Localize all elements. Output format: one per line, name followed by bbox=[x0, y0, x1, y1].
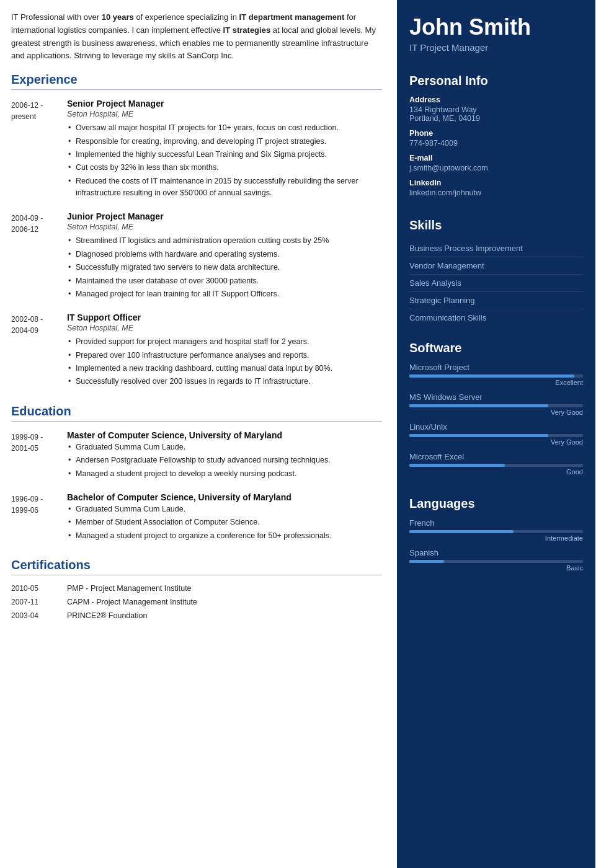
experience-bullets-1: Oversaw all major hospital IT projects f… bbox=[67, 122, 382, 199]
email-label: E-mail bbox=[409, 154, 583, 162]
software-name-4: Microsoft Excel bbox=[409, 452, 583, 461]
bullet: Member of Student Association of Compute… bbox=[67, 516, 382, 528]
bullet: Graduated Summa Cum Laude. bbox=[67, 441, 382, 453]
cert-date-3: 2003-04 bbox=[11, 611, 67, 620]
experience-entry-2: 2004-09 -2006-12 Junior Project Manager … bbox=[11, 211, 382, 301]
cert-title-3: PRINCE2® Foundation bbox=[67, 611, 147, 620]
experience-title-3: IT Support Officer bbox=[67, 312, 382, 322]
experience-entry-1: 2006-12 -present Senior Project Manager … bbox=[11, 99, 382, 200]
software-bar-fill-3 bbox=[409, 434, 548, 437]
software-label-3: Very Good bbox=[409, 438, 583, 446]
email-value: j.smith@uptowork.com bbox=[409, 164, 583, 172]
profile-title: IT Project Manager bbox=[409, 42, 583, 53]
experience-title: Experience bbox=[11, 73, 382, 90]
language-bar-fill-2 bbox=[409, 560, 444, 563]
experience-bullets-2: Streamlined IT logistics and administrat… bbox=[67, 235, 382, 300]
bullet: Cut costs by 32% in less than six months… bbox=[67, 162, 382, 174]
software-label-4: Good bbox=[409, 468, 583, 476]
software-name-2: MS Windows Server bbox=[409, 392, 583, 402]
language-item-2: Spanish Basic bbox=[409, 548, 583, 572]
software-bar-1 bbox=[409, 374, 583, 378]
software-name-3: Linux/Unix bbox=[409, 422, 583, 432]
software-title: Software bbox=[409, 341, 583, 355]
bullet: Responsible for creating, improving, and… bbox=[67, 136, 382, 148]
software-section: Software Microsoft Project Excellent MS … bbox=[397, 332, 595, 488]
experience-bullets-3: Provided support for project managers an… bbox=[67, 336, 382, 388]
language-label-1: Intermediate bbox=[409, 534, 583, 542]
language-bar-fill-1 bbox=[409, 530, 514, 533]
software-item-1: Microsoft Project Excellent bbox=[409, 363, 583, 386]
personal-info-title: Personal Info bbox=[409, 74, 583, 88]
experience-date-3: 2002-08 -2004-09 bbox=[11, 312, 67, 389]
experience-content-3: IT Support Officer Seton Hospital, ME Pr… bbox=[67, 312, 382, 389]
education-entry-1: 1999-09 -2001-05 Master of Computer Scie… bbox=[11, 430, 382, 481]
bullet: Reduced the costs of IT maintenance in 2… bbox=[67, 175, 382, 200]
experience-title-1: Senior Project Manager bbox=[67, 99, 382, 108]
profile-header: John Smith IT Project Manager bbox=[397, 0, 595, 65]
summary: IT Professional with over 10 years of ex… bbox=[11, 11, 382, 63]
experience-date-2: 2004-09 -2006-12 bbox=[11, 211, 67, 301]
software-bar-2 bbox=[409, 404, 583, 407]
bullet: Graduated Summa Cum Laude. bbox=[67, 503, 382, 515]
education-section: Education 1999-09 -2001-05 Master of Com… bbox=[11, 404, 382, 543]
cert-entry-2: 2007-11 CAPM - Project Management Instit… bbox=[11, 598, 382, 606]
bullet: Implemented a new tracking dashboard, cu… bbox=[67, 363, 382, 374]
software-item-2: MS Windows Server Very Good bbox=[409, 392, 583, 416]
experience-subtitle-3: Seton Hospital, ME bbox=[67, 324, 382, 332]
education-bullets-1: Graduated Summa Cum Laude. Andersen Post… bbox=[67, 441, 382, 480]
left-column: IT Professional with over 10 years of ex… bbox=[0, 0, 397, 868]
skill-item-5: Communication Skills bbox=[409, 309, 583, 326]
experience-entry-3: 2002-08 -2004-09 IT Support Officer Seto… bbox=[11, 312, 382, 389]
experience-content-2: Junior Project Manager Seton Hospital, M… bbox=[67, 211, 382, 301]
cert-title-1: PMP - Project Management Institute bbox=[67, 584, 192, 593]
bullet: Successfully resolved over 200 issues in… bbox=[67, 376, 382, 388]
address-line2: Portland, ME, 04019 bbox=[409, 114, 480, 123]
cert-entry-3: 2003-04 PRINCE2® Foundation bbox=[11, 611, 382, 620]
bullet: Managed project for lean training for al… bbox=[67, 288, 382, 300]
language-label-2: Basic bbox=[409, 564, 583, 572]
profile-name: John Smith bbox=[409, 15, 583, 40]
skill-item-4: Strategic Planning bbox=[409, 292, 583, 309]
bullet: Prepared over 100 infrastructure perform… bbox=[67, 350, 382, 361]
experience-title-2: Junior Project Manager bbox=[67, 211, 382, 221]
language-name-1: French bbox=[409, 518, 583, 528]
address-value: 134 Rightward Way Portland, ME, 04019 bbox=[409, 105, 583, 123]
bullet: Andersen Postgraduate Fellowship to stud… bbox=[67, 454, 382, 466]
languages-title: Languages bbox=[409, 497, 583, 511]
software-item-3: Linux/Unix Very Good bbox=[409, 422, 583, 446]
experience-subtitle-2: Seton Hospital, ME bbox=[67, 223, 382, 231]
education-title-2: Bachelor of Computer Science, University… bbox=[67, 492, 382, 502]
education-title-1: Master of Computer Science, University o… bbox=[67, 430, 382, 440]
bullet: Managed a student project to develop a w… bbox=[67, 468, 382, 480]
education-content-1: Master of Computer Science, University o… bbox=[67, 430, 382, 481]
skill-item-2: Vendor Management bbox=[409, 257, 583, 275]
education-date-1: 1999-09 -2001-05 bbox=[11, 430, 67, 481]
software-bar-3 bbox=[409, 434, 583, 437]
bullet: Implemented the highly successful Lean T… bbox=[67, 149, 382, 161]
bullet: Maintained the user database of over 300… bbox=[67, 275, 382, 287]
software-bar-4 bbox=[409, 464, 583, 467]
skill-item-1: Business Process Improvement bbox=[409, 240, 583, 257]
personal-info-section: Personal Info Address 134 Rightward Way … bbox=[397, 65, 595, 210]
cert-date-1: 2010-05 bbox=[11, 584, 67, 593]
software-bar-fill-4 bbox=[409, 464, 505, 467]
software-item-4: Microsoft Excel Good bbox=[409, 452, 583, 476]
education-title: Education bbox=[11, 404, 382, 422]
skills-title: Skills bbox=[409, 218, 583, 232]
address-label: Address bbox=[409, 95, 583, 104]
cert-date-2: 2007-11 bbox=[11, 598, 67, 606]
bullet: Diagnosed problems with hardware and ope… bbox=[67, 249, 382, 260]
education-content-2: Bachelor of Computer Science, University… bbox=[67, 492, 382, 543]
bullet: Successfully migrated two servers to new… bbox=[67, 262, 382, 273]
languages-section: Languages French Intermediate Spanish Ba… bbox=[397, 488, 595, 584]
linkedin-label: LinkedIn bbox=[409, 179, 583, 187]
language-item-1: French Intermediate bbox=[409, 518, 583, 542]
language-name-2: Spanish bbox=[409, 548, 583, 557]
software-label-1: Excellent bbox=[409, 379, 583, 386]
experience-content-1: Senior Project Manager Seton Hospital, M… bbox=[67, 99, 382, 200]
experience-section: Experience 2006-12 -present Senior Proje… bbox=[11, 73, 382, 389]
right-column: John Smith IT Project Manager Personal I… bbox=[397, 0, 595, 868]
certifications-title: Certifications bbox=[11, 558, 382, 575]
skills-section: Skills Business Process Improvement Vend… bbox=[397, 210, 595, 332]
experience-subtitle-1: Seton Hospital, ME bbox=[67, 110, 382, 118]
